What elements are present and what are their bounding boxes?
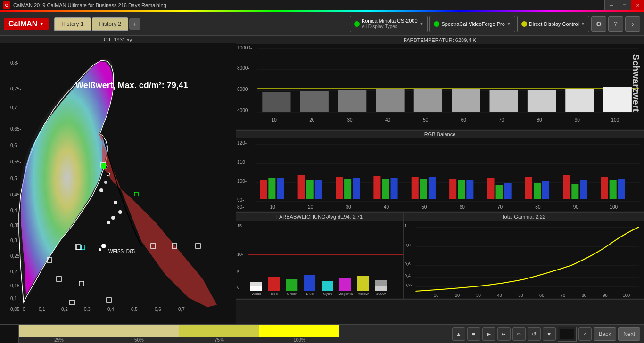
svg-text:60: 60: [461, 117, 467, 122]
svg-rect-100: [315, 180, 322, 199]
svg-point-40: [107, 220, 110, 224]
svg-rect-149: [250, 286, 262, 291]
svg-text:20: 20: [455, 293, 460, 298]
svg-text:90: 90: [603, 293, 607, 298]
gamma-panel: Total Gamma: 2,22 1- 0,8- 0,6- 0,4- 0,2-: [403, 212, 644, 300]
toolbar: CalMAN ▼ History 1 History 2 + Konica Mi…: [0, 12, 644, 36]
svg-text:0,1: 0,1: [39, 307, 45, 312]
display-dropdown-arrow: ▼: [581, 22, 585, 26]
svg-text:120-: 120-: [237, 140, 247, 146]
svg-rect-150: [268, 286, 280, 291]
svg-text:50: 50: [421, 204, 427, 210]
calman-logo[interactable]: CalMAN ▼: [4, 18, 49, 30]
svg-rect-72: [528, 90, 556, 112]
next-button[interactable]: Next: [618, 327, 640, 341]
svg-text:Red: Red: [271, 292, 278, 296]
play-button[interactable]: ▶: [482, 327, 495, 341]
cie-panel: CIE 1931 xy 0,8- 0,75- 0,7- 0,65- 0,6- 0…: [0, 36, 236, 324]
svg-text:0,8-: 0,8-: [405, 243, 412, 247]
svg-rect-118: [542, 181, 549, 199]
svg-rect-120: [571, 184, 578, 199]
close-button[interactable]: ✕: [631, 0, 644, 10]
svg-point-48: [101, 244, 106, 248]
settings-button[interactable]: ⚙: [591, 16, 606, 32]
swatch-25-label: 25%: [54, 337, 64, 343]
svg-text:90-: 90-: [237, 197, 244, 203]
pattern-instrument-btn[interactable]: SpectraCal VideoForge Pro ▼: [429, 16, 515, 32]
swatch-100-color: [259, 325, 339, 337]
tab-history1[interactable]: History 1: [54, 17, 91, 31]
tab-add-button[interactable]: +: [129, 18, 140, 30]
svg-text:80-: 80-: [237, 204, 244, 210]
svg-rect-141: [250, 282, 262, 286]
svg-point-46: [107, 173, 110, 176]
svg-text:Blue: Blue: [306, 292, 314, 296]
main-content: CIE 1931 xy 0,8- 0,75- 0,7- 0,65- 0,6- 0…: [0, 36, 644, 324]
tab-bar: History 1 History 2 +: [54, 17, 140, 31]
svg-rect-117: [534, 183, 541, 199]
minimize-button[interactable]: ─: [604, 0, 618, 10]
svg-text:110-: 110-: [237, 160, 247, 165]
skip-button[interactable]: ⏭: [497, 327, 511, 341]
svg-rect-113: [487, 178, 494, 199]
svg-text:0,3: 0,3: [84, 307, 91, 312]
prev-button[interactable]: ‹: [578, 327, 592, 341]
svg-rect-153: [322, 286, 333, 291]
farbtemperatur-title: FARBTEMPERATUR: 6289,4 K: [236, 36, 644, 44]
svg-text:Green: Green: [287, 292, 297, 296]
svg-text:0,5-: 0,5-: [10, 176, 18, 181]
stop-button[interactable]: ■: [467, 327, 480, 341]
svg-text:0,6: 0,6: [155, 307, 161, 312]
svg-text:Magenta: Magenta: [338, 292, 353, 296]
svg-rect-102: [344, 179, 351, 199]
meter-sublabel: All Display Types: [362, 24, 418, 30]
svg-text:6000-: 6000-: [237, 87, 249, 92]
tab-history2[interactable]: History 2: [92, 17, 128, 31]
svg-rect-95: [260, 180, 267, 199]
display-instrument-btn[interactable]: Direct Display Control ▼: [517, 16, 589, 32]
svg-text:100: 100: [610, 204, 618, 210]
meter-instrument-btn[interactable]: Konica Minolta CS-2000 All Display Types…: [350, 16, 428, 32]
svg-rect-151: [286, 286, 297, 291]
svg-rect-144: [304, 275, 315, 286]
arrow-button[interactable]: ›: [625, 16, 640, 32]
svg-text:White: White: [252, 292, 262, 296]
bottom-panels: FARBABWEICHUNG-Avg dE94: 2,71 15- 10- 5-…: [236, 212, 644, 300]
svg-text:1-: 1-: [405, 223, 408, 228]
svg-rect-105: [382, 179, 389, 199]
svg-text:0: 0: [23, 307, 25, 312]
farbabweichung-panel: FARBABWEICHUNG-Avg dE94: 2,71 15- 10- 5-…: [236, 212, 403, 300]
refresh-button[interactable]: ↺: [528, 327, 541, 341]
cie-chart: 0,8- 0,75- 0,7- 0,65- 0,6- 0,55- 0,5- 0,…: [0, 43, 236, 323]
svg-rect-124: [618, 179, 625, 199]
svg-text:0,2-: 0,2-: [10, 269, 18, 274]
svg-rect-69: [414, 89, 442, 112]
infinite-button[interactable]: ∞: [512, 327, 526, 341]
farbabweichung-title: FARBABWEICHUNG-Avg dE94: 2,71: [236, 213, 403, 220]
help-button[interactable]: ?: [608, 16, 623, 32]
svg-text:30: 30: [346, 204, 352, 210]
svg-text:10-: 10-: [237, 252, 243, 257]
maximize-button[interactable]: □: [618, 0, 631, 10]
rgb-balance-title: RGB Balance: [236, 131, 644, 138]
scroll-down-button[interactable]: ▼: [543, 327, 556, 341]
svg-point-45: [104, 181, 107, 184]
svg-point-43: [114, 201, 117, 204]
svg-rect-67: [338, 90, 366, 112]
svg-text:0,4-: 0,4-: [10, 208, 18, 213]
back-button[interactable]: Back: [594, 327, 617, 341]
svg-text:50: 50: [518, 293, 523, 298]
svg-rect-123: [610, 180, 617, 199]
window-controls[interactable]: ─ □ ✕: [604, 0, 644, 10]
swatch-75: 75%: [179, 325, 259, 343]
weiss-label: WEISS: D65: [108, 249, 135, 254]
svg-rect-66: [300, 91, 329, 112]
svg-rect-103: [353, 178, 360, 199]
logo-dropdown-arrow: ▼: [39, 21, 44, 26]
swatch-100: 100%: [259, 325, 339, 343]
svg-rect-121: [580, 180, 587, 199]
scroll-up-button[interactable]: ▲: [452, 327, 465, 341]
svg-rect-109: [429, 177, 436, 199]
svg-text:0,4: 0,4: [107, 307, 114, 312]
svg-text:0,8-: 0,8-: [10, 60, 18, 65]
